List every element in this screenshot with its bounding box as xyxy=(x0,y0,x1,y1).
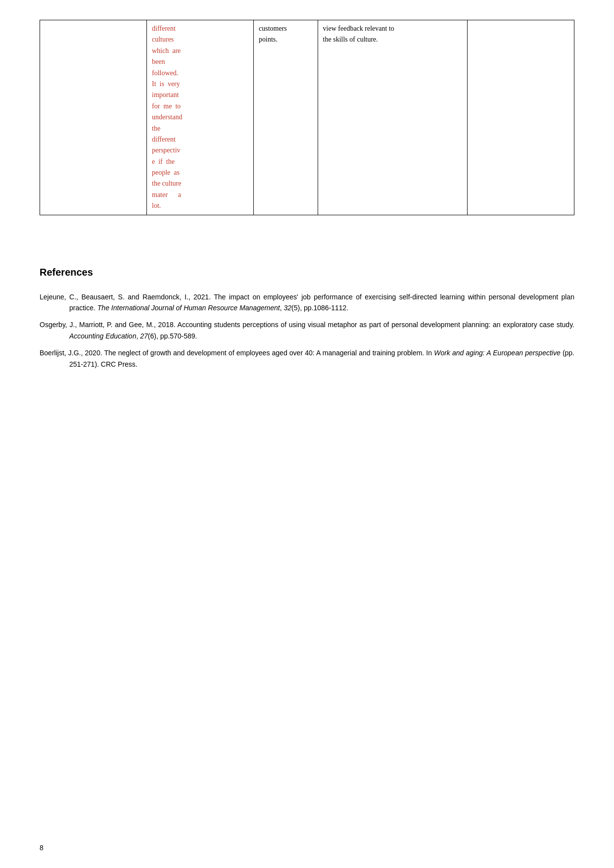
table-cell-col5 xyxy=(467,20,574,215)
table-section: different cultures which are been follow… xyxy=(40,20,574,215)
cell-feedback-text: view feedback relevant to the skills of … xyxy=(323,23,462,46)
cell-red-text: different cultures which are been follow… xyxy=(152,23,248,212)
ref2-text-before: Osgerby, J., Marriott, P. and Gee, M., 2… xyxy=(40,321,574,329)
page: different cultures which are been follow… xyxy=(0,0,614,868)
ref3-italic: Work and aging: A European perspective xyxy=(434,349,561,357)
ref2-text-after: , 27(6), pp.570-589. xyxy=(136,332,197,340)
ref1-text-after: , 32(5), pp.1086-1112. xyxy=(280,304,349,312)
references-title: References xyxy=(40,265,574,280)
table-cell-col2: different cultures which are been follow… xyxy=(147,20,254,215)
ref1-italic: The International Journal of Human Resou… xyxy=(97,304,280,312)
references-section: References Lejeune, C., Beausaert, S. an… xyxy=(40,255,574,370)
table-cell-col3: customers points. xyxy=(254,20,318,215)
ref3-text-before: Boerlijst, J.G., 2020. The neglect of gr… xyxy=(40,349,434,357)
data-table: different cultures which are been follow… xyxy=(40,20,574,215)
cell-customers-text: customers points. xyxy=(259,23,313,46)
table-cell-col4: view feedback relevant to the skills of … xyxy=(318,20,467,215)
page-number: 8 xyxy=(40,843,44,853)
reference-item-1: Lejeune, C., Beausaert, S. and Raemdonck… xyxy=(40,291,574,314)
table-row: different cultures which are been follow… xyxy=(40,20,574,215)
reference-item-2: Osgerby, J., Marriott, P. and Gee, M., 2… xyxy=(40,319,574,341)
references-list: Lejeune, C., Beausaert, S. and Raemdonck… xyxy=(40,291,574,370)
table-cell-col1 xyxy=(40,20,147,215)
reference-item-3: Boerlijst, J.G., 2020. The neglect of gr… xyxy=(40,347,574,370)
ref2-italic: Accounting Education xyxy=(69,332,136,340)
